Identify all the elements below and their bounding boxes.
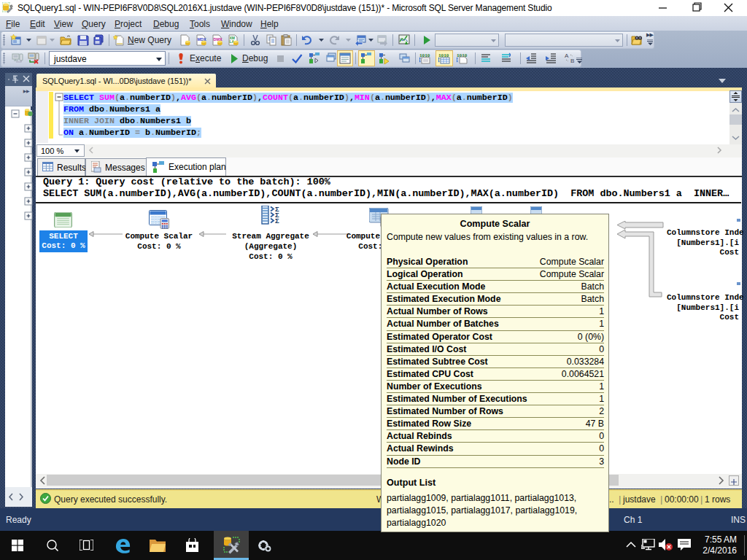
svg-text:B: B <box>570 58 574 64</box>
svg-text:Σ: Σ <box>275 217 279 225</box>
svg-text:A: A <box>565 52 569 59</box>
